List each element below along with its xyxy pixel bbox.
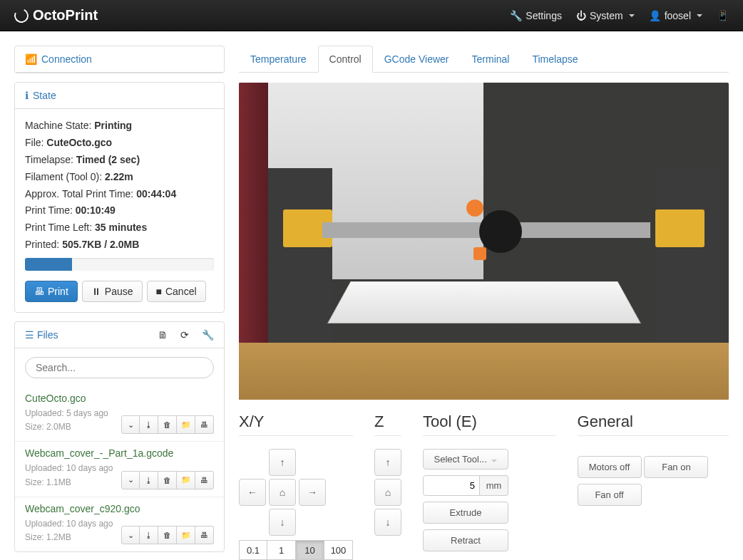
info-icon: ℹ: [25, 90, 29, 101]
signal-icon: 📶: [25, 53, 37, 65]
tab-temperature[interactable]: Temperature: [239, 46, 318, 73]
caret-down-icon: [697, 14, 702, 17]
power-icon: ⏻: [576, 10, 586, 21]
motors-off-button[interactable]: Motors off: [578, 456, 642, 478]
trash-icon: 🗑: [163, 420, 171, 429]
file-expand-button[interactable]: ⌄: [121, 526, 140, 544]
mobile-icon[interactable]: 📱: [717, 10, 729, 21]
print-time-row: Print Time: 00:10:49: [25, 204, 214, 218]
arrow-left-icon: ←: [247, 487, 257, 498]
user-menu[interactable]: 👤 foosel: [649, 10, 702, 21]
pause-button[interactable]: ⏸Pause: [82, 281, 143, 302]
file-item: Webcam_cover_-_Part_1a.gcode Uploaded: 1…: [15, 442, 224, 497]
filament-row: Filament (Tool 0): 2.22m: [25, 170, 214, 185]
connection-heading[interactable]: 📶 Connection: [15, 46, 224, 73]
trash-icon: 🗑: [163, 531, 171, 539]
file-print-button[interactable]: 🖶: [195, 415, 214, 434]
step-0.1-button[interactable]: 0.1: [239, 540, 267, 560]
state-title: State: [33, 90, 56, 101]
cancel-button[interactable]: ■Cancel: [147, 281, 206, 302]
fan-on-button[interactable]: Fan on: [644, 456, 708, 478]
brand-text: OctoPrint: [33, 7, 98, 24]
sd-card-icon[interactable]: 🗎: [158, 329, 168, 341]
webcam-stream: [239, 83, 729, 400]
progress-bar: [25, 258, 214, 271]
file-expand-button[interactable]: ⌄: [121, 415, 140, 434]
settings-link[interactable]: 🔧 Settings: [510, 10, 562, 21]
file-print-button[interactable]: 🖶: [195, 471, 214, 489]
files-title[interactable]: Files: [37, 329, 58, 341]
file-download-button[interactable]: ⭳: [140, 526, 158, 544]
file-delete-button[interactable]: 🗑: [158, 526, 177, 544]
jog-y-down-button[interactable]: ↓: [269, 509, 296, 536]
print-icon: 🖶: [200, 420, 208, 429]
file-print-button[interactable]: 🖶: [195, 526, 214, 544]
folder-icon: 📁: [181, 420, 191, 430]
file-name[interactable]: Webcam_cover_-_Part_1a.gcode: [25, 447, 214, 459]
arrow-down-icon: ↓: [280, 517, 285, 528]
jog-x-left-button[interactable]: ←: [239, 479, 266, 506]
file-name[interactable]: Webcam_cover_c920.gco: [25, 503, 214, 514]
arrow-down-icon: ↓: [386, 517, 391, 528]
file-download-button[interactable]: ⭳: [140, 415, 158, 434]
tab-terminal[interactable]: Terminal: [461, 46, 521, 73]
search-input[interactable]: [25, 357, 214, 378]
arrow-right-icon: →: [307, 487, 317, 498]
brand[interactable]: OctoPrint: [14, 7, 98, 24]
tab-gcode[interactable]: GCode Viewer: [373, 46, 461, 73]
tab-timelapse[interactable]: Timelapse: [521, 46, 589, 73]
wrench-icon: 🔧: [510, 10, 522, 21]
home-icon: ⌂: [280, 487, 285, 498]
jog-y-up-button[interactable]: ↑: [269, 449, 296, 476]
arrow-up-icon: ↑: [280, 457, 285, 468]
file-load-button[interactable]: 📁: [177, 471, 195, 489]
fan-off-button[interactable]: Fan off: [578, 484, 642, 506]
folder-icon: 📁: [181, 475, 191, 484]
file-delete-button[interactable]: 🗑: [158, 471, 177, 489]
print-button[interactable]: 🖶Print: [25, 281, 78, 302]
file-load-button[interactable]: 📁: [177, 415, 195, 434]
general-heading: General: [578, 413, 729, 436]
tabs: Temperature Control GCode Viewer Termina…: [239, 46, 729, 73]
tab-control[interactable]: Control: [318, 46, 373, 73]
step-100-button[interactable]: 100: [324, 540, 353, 560]
jog-z-up-button[interactable]: ↑: [374, 449, 401, 476]
extrude-amount-input[interactable]: [423, 475, 480, 496]
print-icon: 🖶: [34, 286, 44, 297]
settings-label: Settings: [526, 10, 562, 21]
step-10-button[interactable]: 10: [296, 540, 324, 560]
caret-down-icon: [629, 14, 635, 17]
extrude-button[interactable]: Extrude: [423, 502, 508, 524]
machine-state-row: Machine State: Printing: [25, 119, 214, 133]
pause-label: Pause: [105, 286, 133, 297]
files-heading: ☰ Files 🗎 ⟳ 🔧: [15, 322, 224, 348]
file-name[interactable]: CuteOcto.gco: [25, 393, 214, 404]
step-1-button[interactable]: 1: [267, 540, 296, 560]
jog-z-down-button[interactable]: ↓: [374, 509, 401, 536]
refresh-icon[interactable]: ⟳: [180, 329, 189, 341]
select-tool-dropdown[interactable]: Select Tool...: [423, 449, 508, 470]
arrow-up-icon: ↑: [386, 457, 391, 468]
state-panel: ℹ State Machine State: Printing File: Cu…: [14, 82, 225, 313]
download-icon: ⭳: [145, 476, 153, 484]
cancel-label: Cancel: [165, 286, 197, 297]
file-item: Webcam_cover_c920.gco Uploaded: 10 days …: [15, 497, 224, 551]
file-download-button[interactable]: ⭳: [140, 471, 158, 489]
tool-controls: Tool (E) Select Tool... mm Extrude Retra…: [423, 413, 556, 551]
print-icon: 🖶: [200, 476, 208, 484]
jog-x-right-button[interactable]: →: [299, 479, 326, 506]
octoprint-logo-icon: [12, 6, 31, 25]
state-heading[interactable]: ℹ State: [15, 83, 224, 109]
connection-panel: 📶 Connection: [14, 46, 225, 73]
user-icon: 👤: [649, 10, 661, 21]
printed-row: Printed: 505.7KB / 2.0MB: [25, 238, 214, 252]
retract-button[interactable]: Retract: [423, 529, 508, 551]
file-expand-button[interactable]: ⌄: [121, 471, 140, 489]
search-container: [25, 357, 214, 378]
home-xy-button[interactable]: ⌂: [269, 479, 296, 506]
home-z-button[interactable]: ⌂: [374, 479, 401, 506]
file-delete-button[interactable]: 🗑: [158, 415, 177, 434]
system-menu[interactable]: ⏻ System: [576, 10, 635, 21]
wrench-icon[interactable]: 🔧: [202, 329, 214, 341]
file-load-button[interactable]: 📁: [177, 526, 195, 544]
